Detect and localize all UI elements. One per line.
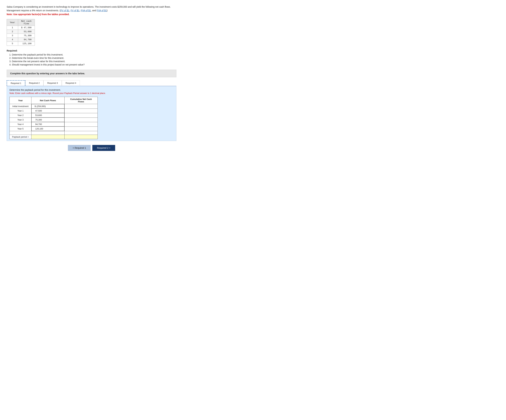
cashflow-year: 2 [7, 30, 18, 34]
cumulative-input[interactable] [65, 122, 98, 126]
requirement-4: 4. Should management invest in this proj… [7, 63, 176, 66]
flow-value: 94,700 [35, 123, 42, 125]
answer-row: Initial investment $ (259,000) [10, 104, 98, 109]
cumulative-input-cell[interactable] [65, 113, 98, 117]
answer-year-cell: Year 5 [10, 127, 32, 131]
answer-col-year: Year [10, 97, 32, 104]
cashflow-flow: 125,100 [18, 42, 35, 46]
link-pva[interactable]: PVA of $1 [81, 9, 91, 12]
note-red: Note: Use appropriate factor(s) from the… [7, 13, 69, 16]
answer-row: Year 3 75,300 [10, 117, 98, 122]
answer-year-cell: Initial investment [10, 104, 32, 109]
answer-flow-cell: $ (259,000) [32, 104, 64, 109]
cashflow-flow: 94,700 [18, 38, 35, 42]
complete-box-text: Complete this question by entering your … [10, 72, 85, 75]
link-fv[interactable]: FV of $1 [71, 9, 79, 12]
cashflow-flow: 53,600 [18, 30, 35, 34]
requirement-2: 2. Determine the break-even time for thi… [7, 57, 176, 59]
answer-col-flow: Net Cash Flows [32, 97, 65, 104]
cashflow-row: 375,300 [7, 34, 35, 38]
cumulative-input-cell[interactable] [65, 117, 98, 122]
tab-wrapper: Required 1Required 2Required 3Required 4… [7, 80, 176, 141]
empty-cell-3 [65, 131, 98, 135]
col-year-header: Year [7, 19, 18, 26]
cumulative-input[interactable] [65, 113, 98, 117]
requirement-3: 3. Determine the net present value for t… [7, 60, 176, 63]
answer-year-cell: Year 2 [10, 113, 32, 117]
answer-row: Year 5 125,100 [10, 127, 98, 131]
answer-flow-cell: 53,600 [32, 113, 64, 117]
dollar-sign-span: $ [33, 105, 36, 108]
cumulative-input[interactable] [65, 118, 98, 122]
answer-flow-cell: 94,700 [32, 122, 64, 127]
cumulative-input-cell[interactable] [65, 104, 98, 109]
flow-value: (259,000) [36, 105, 46, 108]
tab-required-4[interactable]: Required 4 [62, 80, 80, 86]
answer-year-cell: Year 3 [10, 117, 32, 122]
payback-input-cell[interactable] [32, 135, 65, 139]
cumulative-input-cell[interactable] [65, 109, 98, 113]
cashflow-row: 494,700 [7, 38, 35, 42]
answer-flow-cell: 75,300 [32, 117, 64, 122]
requirement-1: 1. Determine the payback period for this… [7, 53, 176, 56]
cashflow-row: 5125,100 [7, 42, 35, 46]
tab1-content: Determine the payback period for this in… [7, 86, 176, 141]
cumulative-input[interactable] [65, 109, 98, 113]
answer-row: Year 1 47,500 [10, 109, 98, 113]
flow-value: 53,600 [35, 114, 42, 116]
intro-paragraph: Salsa Company is considering an investme… [7, 5, 176, 16]
answer-year-cell: Year 4 [10, 122, 32, 127]
nav-buttons: < Required 1 Required 2 > [7, 145, 176, 151]
empty-cell-1 [10, 131, 32, 135]
cash-flow-table: Year Net cash Flow 1$ 47,500253,600375,3… [7, 19, 35, 46]
tab1-title: Determine the payback period for this in… [9, 89, 173, 91]
cashflow-year: 5 [7, 42, 18, 46]
tabs-row: Required 1Required 2Required 3Required 4 [7, 80, 176, 86]
col-flow-header: Net cash Flow [18, 19, 35, 26]
answer-year-cell: Year 1 [10, 109, 32, 113]
prev-button[interactable]: < Required 1 [68, 145, 91, 151]
link-pv[interactable]: PV of $1 [60, 9, 69, 12]
answer-table: Year Net Cash Flows Cumulative Net Cash … [9, 97, 98, 139]
cashflow-year: 4 [7, 38, 18, 42]
answer-row: Year 2 53,600 [10, 113, 98, 117]
flow-value: 47,500 [35, 110, 42, 112]
tab-required-2[interactable]: Required 2 [25, 80, 44, 86]
answer-flow-cell: 125,100 [32, 127, 64, 131]
flow-value: 125,100 [35, 128, 43, 130]
tab1-note: Note: Enter cash outflows with a minus s… [9, 92, 173, 94]
tab-required-3[interactable]: Required 3 [43, 80, 62, 86]
tab-required-1[interactable]: Required 1 [7, 80, 25, 86]
answer-flow-cell: 47,500 [32, 109, 64, 113]
payback-row: Payback period = [10, 135, 98, 139]
required-section: Required: 1. Determine the payback perio… [7, 49, 176, 66]
cashflow-flow: $ 47,500 [18, 26, 35, 30]
answer-row: Year 4 94,700 [10, 122, 98, 127]
cumulative-input-cell[interactable] [65, 122, 98, 127]
payback-cumulative-cell [65, 135, 98, 139]
empty-cell-2 [32, 131, 65, 135]
cashflow-year: 1 [7, 26, 18, 30]
complete-box: Complete this question by entering your … [7, 70, 176, 77]
cashflow-row: 253,600 [7, 30, 35, 34]
empty-row [10, 131, 98, 135]
payback-input[interactable] [32, 135, 64, 139]
link-fva[interactable]: FVA of $1 [97, 9, 107, 12]
required-header: Required: [7, 49, 176, 52]
next-button[interactable]: Required 2 > [92, 145, 115, 151]
answer-col-cumulative: Cumulative Net Cash Flows [65, 97, 98, 104]
cashflow-flow: 75,300 [18, 34, 35, 38]
tab-content-wrapper: Determine the payback period for this in… [7, 86, 176, 141]
flow-value: 75,300 [35, 118, 42, 121]
cumulative-input-cell[interactable] [65, 127, 98, 131]
cashflow-row: 1$ 47,500 [7, 26, 35, 30]
cashflow-year: 3 [7, 34, 18, 38]
cumulative-input[interactable] [65, 104, 98, 108]
cumulative-input[interactable] [65, 127, 98, 131]
payback-label: Payback period = [10, 135, 32, 139]
